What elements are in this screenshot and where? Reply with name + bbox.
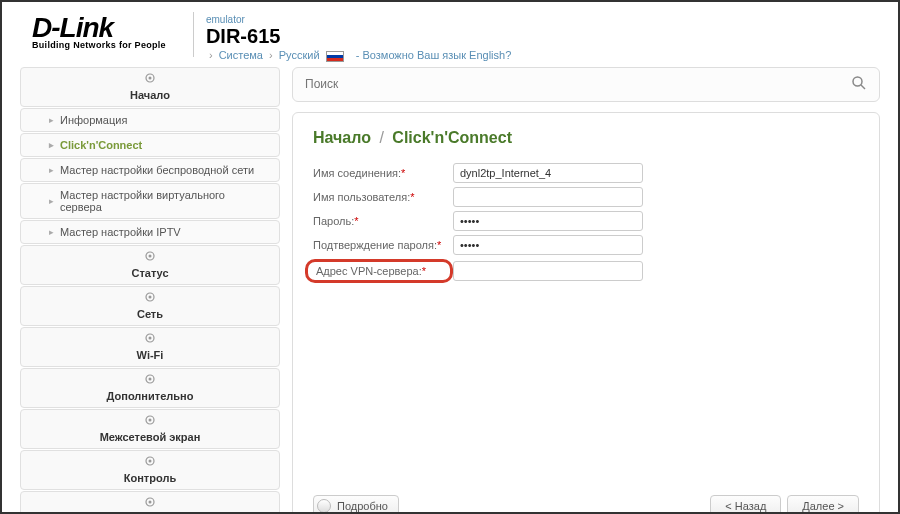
divider (193, 12, 194, 57)
gear-icon (145, 73, 155, 83)
password-input[interactable] (453, 211, 643, 231)
svg-line-17 (861, 85, 865, 89)
gear-icon (145, 251, 155, 261)
svg-point-16 (853, 77, 862, 86)
svg-point-9 (149, 377, 152, 380)
sidebar-item-wifi[interactable]: Wi-Fi (20, 327, 280, 367)
model-label: DIR-615 (206, 25, 511, 47)
search-bar[interactable] (292, 67, 880, 102)
logo-tagline: Building Networks for People (32, 40, 166, 50)
sidebar-item-label: Click'n'Connect (60, 139, 142, 151)
svg-point-1 (149, 76, 152, 79)
conn-name-label: Имя соединения:* (313, 167, 453, 179)
sidebar-item-status[interactable]: Статус (20, 245, 280, 285)
sidebar-item-label: Контроль (124, 472, 176, 484)
chevron-right-icon: ▸ (49, 196, 54, 206)
sidebar-item-label: Сеть (137, 308, 163, 320)
gear-icon (145, 333, 155, 343)
sidebar-item-wireless[interactable]: ▸Мастер настройки беспроводной сети (20, 158, 280, 182)
sidebar-item-label: Wi-Fi (137, 349, 164, 361)
breadcrumb-separator: / (379, 129, 383, 146)
gear-icon (145, 374, 155, 384)
password-confirm-label: Подтверждение пароля:* (313, 239, 453, 251)
sidebar-item-control[interactable]: Контроль (20, 450, 280, 490)
breadcrumb-root: Начало (313, 129, 371, 146)
main-content: Начало / Click'n'Connect Имя соединения:… (292, 67, 880, 514)
chevron-right-icon: › (269, 49, 273, 61)
header-breadcrumb: › Система › Русский - Возможно Ваш язык … (206, 49, 511, 62)
sidebar-item-label: Дополнительно (107, 390, 194, 402)
gear-icon (145, 456, 155, 466)
form-footer: Подробно < Назад Далее > (313, 475, 859, 514)
chevron-right-icon: ▸ (49, 227, 54, 237)
username-input[interactable] (453, 187, 643, 207)
sidebar-item-label: Начало (130, 89, 170, 101)
emulator-label: emulator (206, 14, 511, 25)
sidebar-item-firewall[interactable]: Межсетевой экран (20, 409, 280, 449)
svg-point-7 (149, 336, 152, 339)
username-label: Имя пользователя:* (313, 191, 453, 203)
search-icon[interactable] (851, 75, 867, 94)
sidebar-item-advanced[interactable]: Дополнительно (20, 368, 280, 408)
password-confirm-input[interactable] (453, 235, 643, 255)
details-label: Подробно (337, 500, 388, 512)
vpn-server-label: Адрес VPN-сервера:* (305, 259, 453, 283)
chevron-right-icon: ▸ (49, 165, 54, 175)
language-link[interactable]: Русский (279, 49, 320, 61)
svg-point-5 (149, 295, 152, 298)
gear-icon (145, 292, 155, 302)
flag-russia-icon (326, 51, 344, 62)
sidebar-item-label: Мастер настройки виртуального сервера (60, 189, 269, 213)
page-breadcrumb: Начало / Click'n'Connect (313, 129, 859, 147)
sidebar-item-label: Мастер настройки IPTV (60, 226, 181, 238)
sidebar-item-system[interactable]: Система (20, 491, 280, 514)
details-toggle-button[interactable]: Подробно (313, 495, 399, 514)
system-link[interactable]: Система (219, 49, 263, 61)
gear-icon (145, 497, 155, 507)
language-suggestion[interactable]: - Возможно Ваш язык English? (356, 49, 512, 61)
svg-point-11 (149, 418, 152, 421)
sidebar-item-start[interactable]: Начало (20, 67, 280, 107)
sidebar-item-label: Статус (131, 267, 168, 279)
sidebar-item-label: Мастер настройки беспроводной сети (60, 164, 254, 176)
header: D-Link Building Networks for People emul… (2, 2, 898, 67)
sidebar-item-label: Межсетевой экран (100, 431, 201, 443)
gear-icon (145, 415, 155, 425)
logo: D-Link Building Networks for People (32, 12, 166, 50)
back-button[interactable]: < Назад (710, 495, 781, 514)
sidebar: Начало ▸Информация ▸Click'n'Connect ▸Мас… (20, 67, 280, 514)
chevron-right-icon: ▸ (49, 115, 54, 125)
password-label: Пароль:* (313, 215, 453, 227)
search-input[interactable] (305, 77, 851, 91)
sidebar-item-vserver[interactable]: ▸Мастер настройки виртуального сервера (20, 183, 280, 219)
breadcrumb-page: Click'n'Connect (392, 129, 512, 146)
conn-name-input[interactable] (453, 163, 643, 183)
vpn-server-input[interactable] (453, 261, 643, 281)
next-button[interactable]: Далее > (787, 495, 859, 514)
sidebar-item-clicknconnect[interactable]: ▸Click'n'Connect (20, 133, 280, 157)
toggle-knob-icon (317, 499, 331, 513)
svg-point-3 (149, 254, 152, 257)
sidebar-item-info[interactable]: ▸Информация (20, 108, 280, 132)
svg-point-15 (149, 500, 152, 503)
sidebar-item-label: Информация (60, 114, 127, 126)
svg-point-13 (149, 459, 152, 462)
chevron-right-icon: › (209, 49, 213, 61)
header-info: emulator DIR-615 › Система › Русский - В… (206, 12, 511, 62)
sidebar-item-iptv[interactable]: ▸Мастер настройки IPTV (20, 220, 280, 244)
content-panel: Начало / Click'n'Connect Имя соединения:… (292, 112, 880, 514)
chevron-right-icon: ▸ (49, 140, 54, 150)
sidebar-item-network[interactable]: Сеть (20, 286, 280, 326)
